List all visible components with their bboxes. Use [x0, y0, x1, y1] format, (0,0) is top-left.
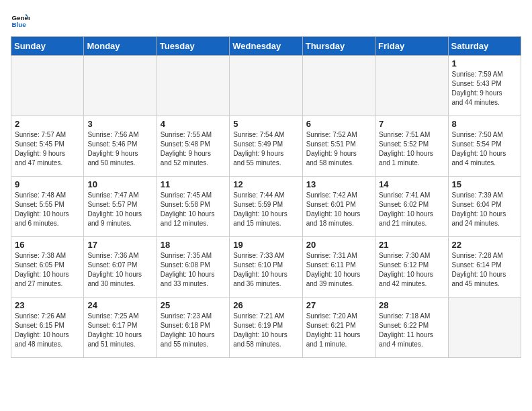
calendar-day-cell: 27Sunrise: 7:20 AM Sunset: 6:21 PM Dayli…: [302, 298, 375, 358]
day-number: 1: [452, 58, 517, 68]
calendar-day-cell: 19Sunrise: 7:33 AM Sunset: 6:10 PM Dayli…: [230, 237, 302, 298]
calendar-day-cell: 10Sunrise: 7:47 AM Sunset: 5:57 PM Dayli…: [84, 177, 157, 237]
calendar-day-cell: 5Sunrise: 7:54 AM Sunset: 5:49 PM Daylig…: [230, 116, 302, 177]
logo-icon: General Blue: [11, 11, 30, 30]
calendar-day-cell: 3Sunrise: 7:56 AM Sunset: 5:46 PM Daylig…: [84, 116, 157, 177]
svg-text:Blue: Blue: [11, 21, 26, 28]
day-info: Sunrise: 7:33 AM Sunset: 6:10 PM Dayligh…: [233, 251, 298, 289]
day-info: Sunrise: 7:20 AM Sunset: 6:21 PM Dayligh…: [306, 312, 371, 349]
day-number: 4: [161, 119, 226, 129]
day-info: Sunrise: 7:51 AM Sunset: 5:52 PM Dayligh…: [379, 130, 444, 168]
calendar-day-cell: [448, 298, 521, 358]
day-number: 15: [452, 179, 517, 189]
day-number: 5: [233, 119, 298, 129]
calendar-day-cell: [11, 56, 84, 116]
calendar-week-row: 23Sunrise: 7:26 AM Sunset: 6:15 PM Dayli…: [11, 298, 521, 358]
day-number: 16: [15, 240, 80, 250]
day-info: Sunrise: 7:44 AM Sunset: 5:59 PM Dayligh…: [233, 191, 298, 228]
day-info: Sunrise: 7:23 AM Sunset: 6:18 PM Dayligh…: [161, 312, 226, 349]
day-number: 18: [161, 240, 226, 250]
day-number: 17: [87, 240, 152, 250]
calendar-day-cell: [375, 56, 448, 116]
logo: General Blue: [11, 11, 32, 30]
day-info: Sunrise: 7:52 AM Sunset: 5:51 PM Dayligh…: [306, 130, 371, 168]
calendar-week-row: 9Sunrise: 7:48 AM Sunset: 5:55 PM Daylig…: [11, 177, 521, 237]
calendar-week-row: 16Sunrise: 7:38 AM Sunset: 6:05 PM Dayli…: [11, 237, 521, 298]
day-info: Sunrise: 7:45 AM Sunset: 5:58 PM Dayligh…: [161, 191, 226, 228]
calendar-header-row: SundayMondayTuesdayWednesdayThursdayFrid…: [11, 37, 521, 56]
day-of-week-header: Wednesday: [230, 37, 302, 56]
calendar-day-cell: 11Sunrise: 7:45 AM Sunset: 5:58 PM Dayli…: [157, 177, 229, 237]
calendar-day-cell: 17Sunrise: 7:36 AM Sunset: 6:07 PM Dayli…: [84, 237, 157, 298]
day-number: 8: [452, 119, 517, 129]
day-info: Sunrise: 7:28 AM Sunset: 6:14 PM Dayligh…: [452, 251, 517, 289]
calendar-day-cell: [157, 56, 229, 116]
day-info: Sunrise: 7:47 AM Sunset: 5:57 PM Dayligh…: [87, 191, 152, 228]
calendar-day-cell: 22Sunrise: 7:28 AM Sunset: 6:14 PM Dayli…: [448, 237, 521, 298]
calendar-day-cell: 14Sunrise: 7:41 AM Sunset: 6:02 PM Dayli…: [375, 177, 448, 237]
day-number: 10: [87, 179, 152, 189]
calendar-day-cell: 24Sunrise: 7:25 AM Sunset: 6:17 PM Dayli…: [84, 298, 157, 358]
day-info: Sunrise: 7:41 AM Sunset: 6:02 PM Dayligh…: [379, 191, 444, 228]
day-info: Sunrise: 7:21 AM Sunset: 6:19 PM Dayligh…: [233, 312, 298, 349]
day-info: Sunrise: 7:55 AM Sunset: 5:48 PM Dayligh…: [161, 130, 226, 168]
day-of-week-header: Tuesday: [157, 37, 229, 56]
calendar-day-cell: 1Sunrise: 7:59 AM Sunset: 5:43 PM Daylig…: [448, 56, 521, 116]
day-info: Sunrise: 7:25 AM Sunset: 6:17 PM Dayligh…: [87, 312, 152, 349]
calendar-table: SundayMondayTuesdayWednesdayThursdayFrid…: [11, 36, 521, 358]
calendar-day-cell: 2Sunrise: 7:57 AM Sunset: 5:45 PM Daylig…: [11, 116, 84, 177]
day-number: 11: [161, 179, 226, 189]
day-number: 27: [306, 300, 371, 310]
day-info: Sunrise: 7:38 AM Sunset: 6:05 PM Dayligh…: [15, 251, 80, 289]
calendar-day-cell: 6Sunrise: 7:52 AM Sunset: 5:51 PM Daylig…: [302, 116, 375, 177]
calendar-day-cell: 15Sunrise: 7:39 AM Sunset: 6:04 PM Dayli…: [448, 177, 521, 237]
calendar-day-cell: 21Sunrise: 7:30 AM Sunset: 6:12 PM Dayli…: [375, 237, 448, 298]
day-info: Sunrise: 7:26 AM Sunset: 6:15 PM Dayligh…: [15, 312, 80, 349]
day-info: Sunrise: 7:56 AM Sunset: 5:46 PM Dayligh…: [87, 130, 152, 168]
calendar-day-cell: 8Sunrise: 7:50 AM Sunset: 5:54 PM Daylig…: [448, 116, 521, 177]
calendar-day-cell: 13Sunrise: 7:42 AM Sunset: 6:01 PM Dayli…: [302, 177, 375, 237]
day-of-week-header: Saturday: [448, 37, 521, 56]
day-info: Sunrise: 7:59 AM Sunset: 5:43 PM Dayligh…: [452, 70, 517, 107]
day-number: 22: [452, 240, 517, 250]
header: General Blue: [11, 11, 521, 30]
calendar-day-cell: 25Sunrise: 7:23 AM Sunset: 6:18 PM Dayli…: [157, 298, 229, 358]
calendar-day-cell: 26Sunrise: 7:21 AM Sunset: 6:19 PM Dayli…: [230, 298, 302, 358]
calendar-day-cell: 9Sunrise: 7:48 AM Sunset: 5:55 PM Daylig…: [11, 177, 84, 237]
day-number: 20: [306, 240, 371, 250]
day-of-week-header: Monday: [84, 37, 157, 56]
day-info: Sunrise: 7:57 AM Sunset: 5:45 PM Dayligh…: [15, 130, 80, 168]
day-number: 28: [379, 300, 444, 310]
calendar-day-cell: [84, 56, 157, 116]
day-info: Sunrise: 7:31 AM Sunset: 6:11 PM Dayligh…: [306, 251, 371, 289]
calendar-day-cell: 16Sunrise: 7:38 AM Sunset: 6:05 PM Dayli…: [11, 237, 84, 298]
calendar-day-cell: 12Sunrise: 7:44 AM Sunset: 5:59 PM Dayli…: [230, 177, 302, 237]
day-number: 2: [15, 119, 80, 129]
day-number: 24: [87, 300, 152, 310]
day-number: 13: [306, 179, 371, 189]
calendar-day-cell: 4Sunrise: 7:55 AM Sunset: 5:48 PM Daylig…: [157, 116, 229, 177]
day-number: 21: [379, 240, 444, 250]
day-info: Sunrise: 7:54 AM Sunset: 5:49 PM Dayligh…: [233, 130, 298, 168]
day-number: 23: [15, 300, 80, 310]
day-number: 14: [379, 179, 444, 189]
day-of-week-header: Sunday: [11, 37, 84, 56]
calendar-day-cell: [230, 56, 302, 116]
day-number: 25: [161, 300, 226, 310]
calendar-body: 1Sunrise: 7:59 AM Sunset: 5:43 PM Daylig…: [11, 56, 521, 358]
day-number: 12: [233, 179, 298, 189]
calendar-day-cell: [302, 56, 375, 116]
day-of-week-header: Thursday: [302, 37, 375, 56]
day-of-week-header: Friday: [375, 37, 448, 56]
day-number: 9: [15, 179, 80, 189]
day-number: 7: [379, 119, 444, 129]
calendar-week-row: 2Sunrise: 7:57 AM Sunset: 5:45 PM Daylig…: [11, 116, 521, 177]
day-number: 6: [306, 119, 371, 129]
calendar-day-cell: 23Sunrise: 7:26 AM Sunset: 6:15 PM Dayli…: [11, 298, 84, 358]
day-info: Sunrise: 7:42 AM Sunset: 6:01 PM Dayligh…: [306, 191, 371, 228]
day-number: 3: [87, 119, 152, 129]
day-info: Sunrise: 7:36 AM Sunset: 6:07 PM Dayligh…: [87, 251, 152, 289]
calendar-day-cell: 18Sunrise: 7:35 AM Sunset: 6:08 PM Dayli…: [157, 237, 229, 298]
day-info: Sunrise: 7:35 AM Sunset: 6:08 PM Dayligh…: [161, 251, 226, 289]
day-info: Sunrise: 7:30 AM Sunset: 6:12 PM Dayligh…: [379, 251, 444, 289]
